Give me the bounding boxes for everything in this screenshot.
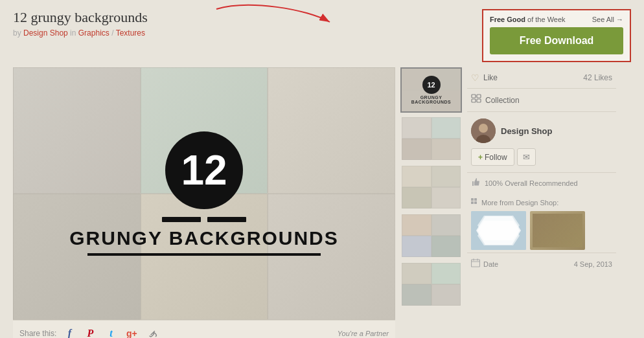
thumb-badge-circle: 12 (422, 76, 441, 94)
thumb-inner (402, 214, 461, 257)
link-icon (147, 328, 157, 338)
free-good-label: Free Good of the Week (490, 16, 566, 23)
thumb-inner (402, 117, 461, 160)
share-icons: f P t g+ (62, 326, 160, 338)
ribbon-icon (471, 211, 526, 250)
plus-icon: + (478, 153, 483, 162)
date-row: Date 4 Sep, 2013 (467, 253, 616, 275)
thumbnail-3[interactable] (400, 164, 462, 210)
googleplus-share-button[interactable]: g+ (124, 326, 139, 338)
thumb-inner (402, 166, 461, 208)
svg-point-6 (479, 124, 488, 133)
thumbnail-1[interactable]: 12 GRUNGYBACKGROUNDS (400, 67, 462, 113)
more-thumb-2[interactable] (530, 211, 585, 250)
svg-rect-2 (477, 95, 481, 98)
partner-text: You're a Partner (338, 330, 389, 337)
dash-line (69, 217, 338, 222)
svg-rect-10 (471, 201, 474, 204)
see-all-link[interactable]: See All → (592, 16, 623, 23)
designer-avatar (471, 118, 496, 143)
twitter-share-button[interactable]: t (103, 326, 119, 338)
author-link[interactable]: Design Shop (23, 28, 68, 38)
free-download-button[interactable]: Free Download (490, 27, 623, 54)
dash-right (207, 217, 246, 222)
collection-row[interactable]: Collection (467, 89, 616, 112)
dash-left (162, 217, 201, 222)
thumb-inner (402, 263, 461, 306)
thumbnail-5[interactable] (400, 262, 462, 307)
svg-rect-1 (472, 95, 476, 98)
designer-name: Design Shop (501, 126, 612, 136)
svg-rect-11 (474, 201, 477, 204)
grid-dots-icon (471, 198, 479, 207)
arrow-annotation (210, 3, 339, 38)
thumbnails-col: 12 GRUNGYBACKGROUNDS (400, 67, 462, 307)
thumb-badge: 12 GRUNGYBACKGROUNDS (402, 69, 461, 111)
category1-link[interactable]: Graphics (78, 28, 109, 38)
date-left: Date (471, 258, 498, 269)
thumbnail-2[interactable] (400, 116, 462, 161)
date-label: Date (483, 260, 498, 268)
calendar-icon (471, 258, 480, 269)
designer-row: Design Shop (471, 118, 612, 143)
pinterest-share-button[interactable]: P (82, 326, 98, 338)
svg-rect-4 (477, 99, 481, 102)
recommend-text: 100% Overall Recommended (485, 179, 578, 187)
main-image: 12 GRUNGY BACKGROUNDS (13, 67, 395, 320)
envelope-icon: ✉ (523, 152, 530, 162)
free-download-box: Free Good of the Week See All → Free Dow… (482, 9, 631, 62)
designer-actions: + Follow ✉ (471, 148, 612, 166)
main-image-area: 12 GRUNGY BACKGROUNDS Share this: (13, 67, 395, 338)
svg-rect-13 (472, 260, 480, 267)
collection-icon (471, 94, 481, 106)
like-label: Like (483, 73, 583, 82)
date-value: 4 Sep, 2013 (574, 260, 612, 268)
share-row: Share this: f P t g+ (13, 320, 395, 338)
collection-label: Collection (485, 96, 520, 105)
more-thumbs (471, 211, 612, 250)
more-from-label: More from Design Shop: (471, 198, 612, 207)
page-wrapper: 12 grungy backgrounds by Design Shop in … (0, 0, 644, 338)
like-row: ♡ Like 42 Likes (467, 67, 616, 89)
category2-link[interactable]: Textures (116, 28, 145, 38)
free-good-row: Free Good of the Week See All → (490, 16, 623, 23)
header-row: 12 grungy backgrounds by Design Shop in … (13, 9, 631, 62)
heart-icon: ♡ (471, 73, 479, 83)
svg-rect-9 (474, 198, 477, 201)
badge-number: 12 (181, 150, 227, 191)
more-thumb-1[interactable] (471, 211, 526, 250)
designer-box: Design Shop + Follow ✉ (467, 112, 616, 173)
share-label: Share this: (19, 329, 56, 338)
underline-bar (87, 253, 321, 256)
recommend-row: 100% Overall Recommended (467, 173, 616, 193)
svg-rect-8 (471, 198, 474, 201)
main-title-text: GRUNGY BACKGROUNDS (69, 227, 338, 249)
more-from-row: More from Design Shop: (467, 193, 616, 253)
thumb-badge-text: GRUNGYBACKGROUNDS (411, 95, 452, 104)
right-panel: ♡ Like 42 Likes Collection (467, 67, 616, 275)
like-count: 42 Likes (583, 73, 612, 82)
main-image-overlay: 12 GRUNGY BACKGROUNDS (69, 131, 338, 256)
thumbnail-4[interactable] (400, 213, 462, 258)
link-share-button[interactable] (144, 326, 160, 338)
circle-badge: 12 (165, 131, 243, 209)
message-button[interactable]: ✉ (517, 148, 536, 166)
svg-rect-3 (472, 99, 476, 102)
follow-button[interactable]: + Follow (471, 148, 514, 166)
thumbs-up-icon (471, 177, 481, 189)
facebook-share-button[interactable]: f (62, 326, 77, 338)
collection-svg-icon (471, 94, 481, 104)
svg-rect-12 (471, 211, 526, 250)
main-row: 12 GRUNGY BACKGROUNDS Share this: (13, 67, 631, 338)
